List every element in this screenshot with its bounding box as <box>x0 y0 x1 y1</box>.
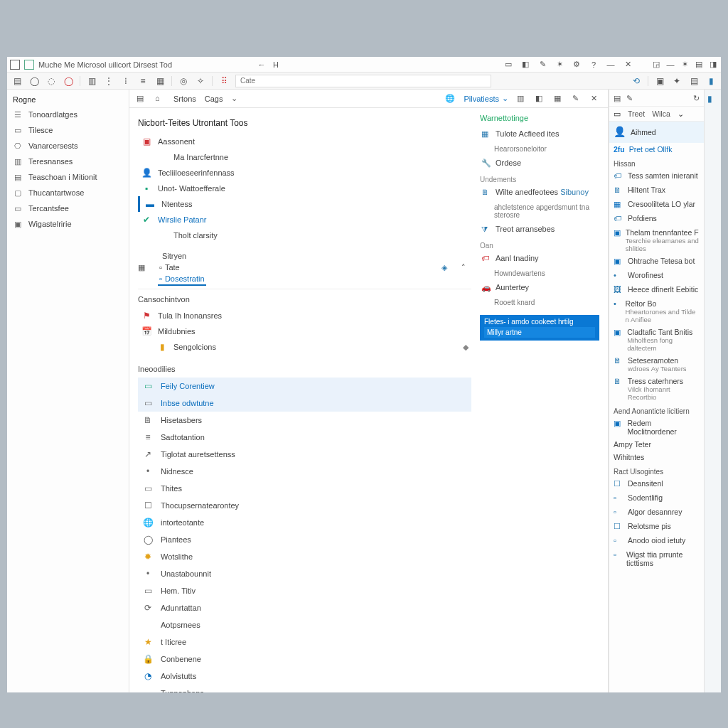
rp-items1-item-4[interactable]: ▣ Thelam tnennfantee FTesrchie eleamanes… <box>609 226 704 255</box>
tab-grid-icon[interactable]: ▦ <box>138 263 148 273</box>
rp-items3-item-1[interactable]: ▫ Sodentlifig <box>609 491 704 505</box>
side-item-2-1[interactable]: 🚗 Auntertey <box>480 280 599 296</box>
tb-stop-icon[interactable]: ◯ <box>63 75 74 87</box>
list2-item-15[interactable]: ★ t Iticree <box>138 633 471 651</box>
list2-item-8[interactable]: 🌐 intorteotante <box>138 514 471 531</box>
lnav-item-5[interactable]: ▢ Thucantartwose <box>7 185 129 200</box>
tb-r3-icon[interactable]: ▤ <box>688 75 700 87</box>
tb-r4-icon[interactable]: ▮ <box>705 75 717 87</box>
rp-items1-item-5[interactable]: ▣ Ohtrache Tetesa bot <box>609 255 704 269</box>
minimize-icon[interactable]: — <box>606 60 616 70</box>
rp-items3-item-5[interactable]: ▫ Wigst ttia prrunte ticttisms <box>609 548 704 569</box>
tb-open-icon[interactable]: ◯ <box>28 75 40 87</box>
main-row-5[interactable]: ✔ Wirslie Patanr <box>138 212 471 228</box>
ext5-icon[interactable]: ◨ <box>708 60 718 70</box>
globe-icon[interactable]: 🌐 <box>445 94 455 104</box>
head-close-icon[interactable]: ✕ <box>591 94 601 104</box>
tb-i3-icon[interactable]: ⁞ <box>120 75 132 87</box>
sub-row-2[interactable]: ▮ Sengolcions ◆ <box>154 339 471 355</box>
head-ic2[interactable]: ◧ <box>535 94 545 104</box>
main-row-4[interactable]: ▬ Ntentess <box>138 196 471 212</box>
rp-items1-item-2[interactable]: ▦ Cresoolilteta LO ylar <box>609 198 704 212</box>
gear-icon[interactable]: ⚙ <box>572 60 582 70</box>
rp-items1-item-6[interactable]: • Worofinest <box>609 269 704 283</box>
list2-item-17[interactable]: ◔ Aolvistutts <box>138 668 471 685</box>
rp-items1-item-9[interactable]: ▣ Cladtafic Tant BnitisMiholfiesn fong d… <box>609 326 704 354</box>
list2-item-12[interactable]: ▭ Hem. Titiv <box>138 582 471 599</box>
help-icon[interactable]: ? <box>589 60 599 70</box>
list2-item-10[interactable]: ✹ Wotslithe <box>138 548 471 565</box>
list2-item-5[interactable]: • Nidnesce <box>138 463 471 480</box>
rp-tab2[interactable]: Wilca <box>652 109 670 118</box>
list2-item-2[interactable]: 🗎 Hisetasbers <box>138 412 471 429</box>
command-input[interactable] <box>235 75 491 87</box>
rp-items1-item-1[interactable]: 🗎 Hiltent Trax <box>609 183 704 198</box>
rp-items2-item-0[interactable]: ▣ Redem Moclitnordener <box>609 417 704 438</box>
ext2-icon[interactable]: — <box>665 60 675 70</box>
main-row-1[interactable]: Ma Inarcfertnne <box>154 149 471 165</box>
tb-grid-icon[interactable]: ⠿ <box>218 75 230 87</box>
tb-r1-icon[interactable]: ▣ <box>654 75 665 87</box>
rp-items3-item-3[interactable]: ☐ Relotsme pis <box>609 520 704 534</box>
list2-item-11[interactable]: • Unastabounnit <box>138 565 471 582</box>
tool-icon[interactable]: ✎ <box>537 60 547 70</box>
ext4-icon[interactable]: ▤ <box>694 60 704 70</box>
head-ic1[interactable]: ▥ <box>517 94 527 104</box>
tb-target-icon[interactable]: ◎ <box>178 75 189 87</box>
rp-hero-sub[interactable]: 2fu Pret oet Ollfk <box>609 143 704 156</box>
h-icon[interactable]: H <box>271 60 281 70</box>
rp-items1-item-11[interactable]: 🗎 Tress caterhnersVilck Ihomanrt Recortb… <box>609 375 704 403</box>
layout-icon[interactable]: ▭ <box>503 60 513 70</box>
main-row-3[interactable]: ▪ Unot- Wattoefferale <box>138 181 471 196</box>
rp-items1-item-0[interactable]: 🏷 Tess samten inieranit <box>609 169 704 183</box>
lnav-item-3[interactable]: ▥ Teresnanses <box>7 154 129 169</box>
rp-tab1[interactable]: Treet <box>628 109 645 118</box>
head-pill[interactable]: Pilvatiests ⌄ <box>464 94 508 103</box>
main-row-0[interactable]: ▣ Aassonent <box>138 134 471 149</box>
tab-up-icon[interactable]: ˄ <box>461 263 471 273</box>
rp-items1-item-7[interactable]: 🖼 Heece dfinerlt Eebitic <box>609 283 704 297</box>
side-item-1-1[interactable]: ⧩ Treot arransebes <box>480 222 599 237</box>
back-icon[interactable]: ← <box>257 60 267 70</box>
sub-tab-1[interactable]: ▫ Tate <box>158 262 206 273</box>
tb-i4-icon[interactable]: ≡ <box>137 75 149 87</box>
list2-item-4[interactable]: ↗ Tiglotat auretsettenss <box>138 446 471 463</box>
list2-item-9[interactable]: ◯ Piantees <box>138 531 471 548</box>
list2-item-7[interactable]: ☐ Thocupsernatearontey <box>138 497 471 514</box>
ext3-icon[interactable]: ✶ <box>680 60 690 70</box>
tb-star-icon[interactable]: ✧ <box>195 75 206 87</box>
row-link[interactable]: Wirslie Patanr <box>158 215 206 224</box>
tb-i2-icon[interactable]: ⋮ <box>103 75 114 87</box>
rp-items1-item-8[interactable]: • Reltor BoHheartorones and Tilde n Anif… <box>609 297 704 326</box>
home-icon[interactable]: ⌂ <box>155 94 165 104</box>
rp-book-icon[interactable]: ▭ <box>614 109 621 118</box>
sub-row-1[interactable]: 📅 Mildubnies <box>138 323 471 339</box>
head-tab2[interactable]: Cags <box>205 95 223 103</box>
list2-item-16[interactable]: 🔒 Conbenene <box>138 651 471 668</box>
lnav-item-4[interactable]: ▤ Teaschoan i Mitionit <box>7 169 129 185</box>
sub-tab-0[interactable]: Sitryen <box>158 250 206 262</box>
far-ic1[interactable]: ▮ <box>707 94 719 105</box>
list2-item-14[interactable]: Aotpsrnees <box>138 616 471 633</box>
tb-i5-icon[interactable]: ▦ <box>154 75 166 87</box>
rp-items1-item-3[interactable]: 🏷 Pofdiens <box>609 212 704 226</box>
list2-item-1[interactable]: ▭ Inbse odwtutne <box>138 395 471 412</box>
main-row-2[interactable]: 👤 Tecliiloeseerinfennass <box>138 165 471 181</box>
side-item-1-0[interactable]: 🗎 Wilte anedfeotees Sibunoy <box>480 185 599 200</box>
rp-tab-chevron-icon[interactable]: ⌄ <box>678 109 684 118</box>
chevron-down-icon[interactable]: ⌄ <box>231 94 241 104</box>
lnav-item-6[interactable]: ▭ Tercantsfee <box>7 200 129 216</box>
sub-tab-2[interactable]: ▫ Dosestratin <box>158 273 206 286</box>
rp-ic3[interactable]: ↻ <box>693 94 700 102</box>
tb-i1-icon[interactable]: ▥ <box>86 75 97 87</box>
head-ic3[interactable]: ▦ <box>554 94 564 104</box>
rp-items3-item-2[interactable]: ▫ Algor desannrey <box>609 505 704 520</box>
side-item-0-0[interactable]: ▦ Tulote Acfieed ites <box>480 127 599 142</box>
lnav-item-0[interactable]: ☰ Tonoardlatges <box>7 107 129 122</box>
sub-row-0[interactable]: ⚑ Tula Ih lnonansres <box>138 308 471 323</box>
tb-new-icon[interactable]: ▤ <box>11 75 23 87</box>
lnav-item-1[interactable]: ▭ Tilesce <box>7 122 129 138</box>
lnav-item-7[interactable]: ▣ Wigastelririe <box>7 216 129 232</box>
pin-icon[interactable]: ✶ <box>555 60 564 70</box>
ext1-icon[interactable]: ◲ <box>651 60 661 70</box>
